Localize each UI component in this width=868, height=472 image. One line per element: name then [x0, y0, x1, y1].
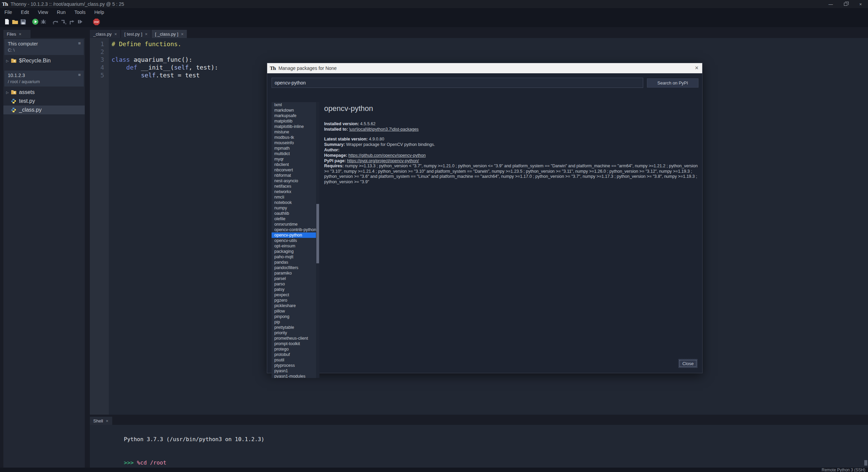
package-list-item[interactable]: pyasn1: [272, 368, 316, 374]
package-list-item[interactable]: pickleshare: [272, 303, 316, 308]
save-file-button[interactable]: [19, 18, 27, 26]
dialog-close-icon[interactable]: ×: [695, 64, 698, 72]
package-list-item[interactable]: markdown: [272, 108, 316, 113]
menu-edit[interactable]: Edit: [17, 8, 34, 16]
package-list-item[interactable]: paho-mqtt: [272, 254, 316, 260]
menu-file[interactable]: File: [0, 8, 17, 16]
package-list-item[interactable]: nest-asyncio: [272, 178, 316, 184]
files-panel-tab[interactable]: Files ×: [3, 30, 31, 38]
shell-output[interactable]: Python 3.7.3 (/usr/bin/python3 on 10.1.2…: [90, 425, 868, 468]
debug-button[interactable]: [39, 18, 47, 26]
package-list-item[interactable]: ptyprocess: [272, 363, 316, 368]
package-list-item[interactable]: prometheus-client: [272, 336, 316, 341]
package-list-item[interactable]: markupsafe: [272, 113, 316, 118]
dialog-title: Manage packages for None: [278, 65, 337, 71]
package-list-item[interactable]: mpmath: [272, 146, 316, 151]
package-list-item[interactable]: opt-einsum: [272, 243, 316, 249]
package-list-item[interactable]: opencv-utils: [272, 238, 316, 243]
editor-tab-close-icon[interactable]: ×: [114, 32, 117, 37]
editor-tab-close-icon[interactable]: ×: [145, 32, 148, 37]
package-list-item[interactable]: paramiko: [272, 270, 316, 276]
tree-item[interactable]: ▷ test.py: [3, 97, 85, 106]
package-list-item[interactable]: nmcli: [272, 194, 316, 200]
package-list-item[interactable]: priority: [272, 330, 316, 336]
run-button[interactable]: [31, 18, 39, 26]
package-list-item[interactable]: parso: [272, 281, 316, 287]
package-list-item[interactable]: oauthlib: [272, 211, 316, 216]
editor-tab[interactable]: _class.py ×: [90, 30, 120, 38]
package-list-item[interactable]: matplotlib: [272, 118, 316, 124]
resume-button[interactable]: [76, 18, 84, 26]
package-list-item[interactable]: multidict: [272, 151, 316, 156]
package-list-item[interactable]: prompt-toolkit: [272, 341, 316, 346]
editor-tab-close-icon[interactable]: ×: [181, 32, 184, 37]
package-list-item[interactable]: psutil: [272, 357, 316, 363]
restore-button[interactable]: [838, 0, 853, 8]
section-menu-icon[interactable]: ≡: [78, 72, 81, 77]
package-list-item[interactable]: pillow: [272, 308, 316, 314]
step-over-button[interactable]: [52, 18, 60, 26]
menu-run[interactable]: Run: [53, 8, 70, 16]
shell-scrollbar-thumb[interactable]: [864, 460, 867, 466]
close-window-button[interactable]: ×: [853, 0, 868, 8]
package-list-item[interactable]: pandas: [272, 260, 316, 265]
package-list-item[interactable]: packaging: [272, 249, 316, 254]
editor-tab[interactable]: [ test.py ] ×: [121, 30, 151, 38]
folder-icon: [11, 58, 17, 63]
package-list-item[interactable]: mistune: [272, 129, 316, 135]
package-list-item[interactable]: nbclient: [272, 162, 316, 167]
search-on-pypi-button[interactable]: Search on PyPI: [647, 78, 698, 88]
package-list-item[interactable]: networkx: [272, 189, 316, 194]
scrollbar-thumb[interactable]: [316, 204, 319, 263]
expander-icon[interactable]: ▷: [6, 91, 11, 94]
shell-tab[interactable]: Shell ×: [90, 417, 112, 425]
package-list-item[interactable]: pip: [272, 319, 316, 325]
package-list-item[interactable]: opencv-contrib-python: [272, 227, 316, 232]
package-list-item[interactable]: pgzero: [272, 298, 316, 303]
package-list-item[interactable]: notebook: [272, 200, 316, 205]
expander-icon[interactable]: ▷: [6, 59, 11, 63]
menu-help[interactable]: Help: [90, 8, 108, 16]
package-list-item[interactable]: patsy: [272, 287, 316, 292]
package-list-item[interactable]: onnxruntime: [272, 222, 316, 227]
package-list-item[interactable]: prettytable: [272, 325, 316, 330]
editor-tab[interactable]: [ _class.py ] ×: [152, 30, 187, 38]
package-list-item[interactable]: myqr: [272, 156, 316, 162]
package-list-item[interactable]: protobuf: [272, 352, 316, 357]
package-list-item[interactable]: olefile: [272, 216, 316, 222]
package-list-item[interactable]: opencv-python: [272, 232, 316, 238]
package-list-item[interactable]: modbus-tk: [272, 135, 316, 140]
dialog-close-button[interactable]: Close: [678, 359, 697, 368]
tree-item[interactable]: ▷ $Recycle.Bin: [3, 56, 85, 65]
package-list-item[interactable]: matplotlib-inline: [272, 124, 316, 129]
package-list-item[interactable]: protego: [272, 346, 316, 352]
package-list-item[interactable]: pexpect: [272, 292, 316, 298]
menu-view[interactable]: View: [34, 8, 53, 16]
package-list-item[interactable]: pandocfilters: [272, 265, 316, 270]
package-list-item[interactable]: nbconvert: [272, 167, 316, 173]
stop-button[interactable]: STOP: [92, 18, 100, 26]
step-into-button[interactable]: [60, 18, 68, 26]
package-list-item[interactable]: nbformat: [272, 173, 316, 178]
tree-item[interactable]: ▷ _class.py: [3, 106, 85, 114]
package-list-item[interactable]: mouseinfo: [272, 140, 316, 146]
minimize-button[interactable]: —: [823, 0, 838, 8]
package-list-scrollbar[interactable]: [316, 102, 319, 378]
tree-item[interactable]: ▷ assets: [3, 88, 85, 97]
package-list-item[interactable]: parsel: [272, 276, 316, 281]
backend-indicator[interactable]: Remote Python 3 (SSH): [822, 468, 865, 472]
files-tab-close-icon[interactable]: ×: [19, 32, 21, 37]
shell-tab-close-icon[interactable]: ×: [106, 418, 108, 423]
package-search-input[interactable]: [272, 78, 643, 88]
open-file-button[interactable]: [11, 18, 19, 26]
package-list-item[interactable]: pinpong: [272, 314, 316, 319]
package-list-item[interactable]: netifaces: [272, 184, 316, 189]
new-file-button[interactable]: [3, 18, 11, 26]
package-list-item[interactable]: pyasn1-modules: [272, 374, 316, 378]
package-list-item[interactable]: numpy: [272, 205, 316, 211]
section-menu-icon[interactable]: ≡: [78, 41, 81, 46]
dialog-titlebar[interactable]: Th Manage packages for None ×: [267, 63, 702, 73]
package-list-item[interactable]: lxml: [272, 102, 316, 108]
step-out-button[interactable]: [68, 18, 76, 26]
menu-tools[interactable]: Tools: [70, 8, 90, 16]
